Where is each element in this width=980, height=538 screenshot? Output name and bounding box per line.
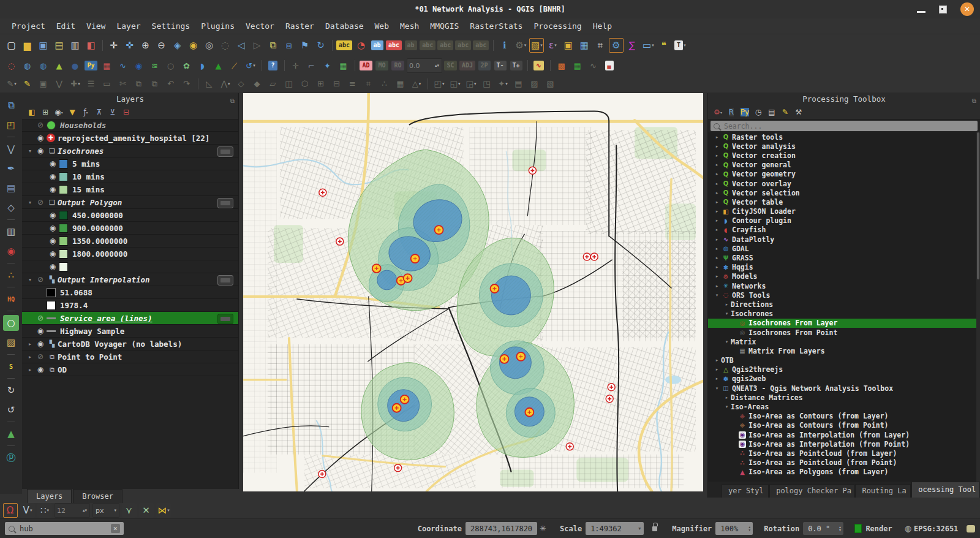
extent-tracking-icon[interactable]: ✳: [540, 524, 546, 533]
visibility-eye-icon[interactable]: ◉: [47, 262, 59, 271]
toolbar-separator[interactable]: [428, 78, 428, 89]
algorithm-row[interactable]: ▾ Matrix: [708, 337, 976, 346]
openlayers-plugin-button[interactable]: ●: [68, 58, 83, 73]
algorithm-row[interactable]: ▸ Q Vector creation: [708, 151, 976, 160]
zoom-native-button[interactable]: ◌: [218, 38, 233, 53]
expand-arrow-icon[interactable]: ▾: [713, 386, 721, 391]
algorithm-row[interactable]: ▸ Q Raster tools: [708, 132, 976, 142]
processing-toolbox-button[interactable]: ⚙: [609, 38, 624, 53]
algorithm-row[interactable]: ▸ Q Vector selection: [708, 188, 976, 197]
toolbar-separator[interactable]: [355, 60, 355, 71]
algorithm-row[interactable]: ▸ △ Qgis2threejs: [708, 365, 976, 374]
open-project-button[interactable]: ▆: [20, 38, 35, 53]
field-calculator-button[interactable]: ⌗: [593, 38, 608, 53]
layer-row[interactable]: ◉ 1800.0000000: [22, 248, 238, 260]
zoom-in-button[interactable]: ⊕: [138, 38, 153, 53]
python-scripts-button[interactable]: Py: [739, 107, 751, 118]
algorithm-row[interactable]: ▸ Q Vector overlay: [708, 179, 976, 188]
map-tips-button[interactable]: ❝: [657, 38, 671, 53]
clear-search-icon[interactable]: ✕: [111, 524, 120, 533]
algorithm-row[interactable]: ▸ ✽ qgis2web: [708, 374, 976, 384]
topological-editing-button[interactable]: ⋎: [122, 503, 137, 518]
layer-diagram-button[interactable]: ◔: [354, 38, 369, 53]
open-layer-styling-button[interactable]: ◧: [26, 107, 38, 118]
advanced-digitizing-button[interactable]: AD: [359, 58, 374, 73]
visibility-eye-icon[interactable]: ◉: [47, 211, 59, 219]
visibility-eye-icon[interactable]: ◉: [34, 365, 47, 374]
mini-chart-tool[interactable]: ∴: [3, 267, 19, 283]
expand-arrow-icon[interactable]: ▾: [723, 311, 731, 316]
menu-item[interactable]: Database: [320, 18, 369, 34]
rotate-feature-button[interactable]: ▱: [266, 77, 281, 91]
add-group-button[interactable]: ⊞: [39, 107, 51, 118]
split-features-button[interactable]: △▾: [409, 77, 424, 91]
algorithm-row[interactable]: ▸ Directions: [708, 300, 976, 309]
help-contents-button[interactable]: ?: [266, 58, 281, 73]
expand-arrow-icon[interactable]: ▸: [713, 246, 721, 251]
refresh-tool[interactable]: ↻: [3, 382, 19, 398]
menu-item[interactable]: Web: [369, 18, 394, 34]
feather-tool[interactable]: ✒: [3, 161, 19, 176]
fill-ring-button[interactable]: ⊟: [330, 77, 344, 91]
vsep[interactable]: [3, 135, 19, 138]
lock-scale-icon[interactable]: [652, 526, 657, 531]
style-manager-button[interactable]: ◧: [84, 38, 99, 53]
menu-item[interactable]: MMQGIS: [424, 18, 464, 34]
visibility-eye-icon[interactable]: ⊘: [34, 121, 47, 129]
sld4raster-button[interactable]: ▩: [554, 58, 569, 73]
menu-item[interactable]: Help: [587, 18, 617, 34]
layer-row[interactable]: ⊘ Service area (lines): [22, 312, 238, 325]
snapping-on-intersection-button[interactable]: ✕: [139, 503, 154, 518]
quickmapservices-button[interactable]: ✿: [179, 58, 194, 73]
mo-constraint-button[interactable]: MO: [375, 58, 390, 73]
measure-line-button[interactable]: ▭▾: [641, 38, 655, 53]
vertex-ruler-button[interactable]: ◺: [202, 77, 217, 91]
sc-constraint-button[interactable]: SC: [443, 58, 458, 73]
rotation-spinbox[interactable]: 0.0 °: [803, 522, 843, 535]
expand-arrow-icon[interactable]: ▸: [713, 274, 721, 279]
t-minus-button[interactable]: T-: [493, 58, 508, 73]
add-part-button[interactable]: ⊞: [314, 77, 328, 91]
maximize-button[interactable]: [939, 6, 947, 13]
identify-features-button[interactable]: ℹ: [497, 38, 512, 53]
t-plus-button[interactable]: T+: [509, 58, 524, 73]
undo-tool[interactable]: ↺: [3, 402, 19, 418]
drive-add-tool[interactable]: ▲: [3, 426, 19, 442]
visibility-eye-icon[interactable]: ◉: [47, 224, 59, 232]
pan-to-selection-button[interactable]: ✜: [123, 38, 137, 53]
layer-row[interactable]: ◉ ✚ reprojected_amenity_hospital [22]: [22, 132, 238, 145]
expand-arrow-icon[interactable]: ▾: [723, 339, 731, 344]
expand-arrow-icon[interactable]: ▾: [26, 200, 34, 205]
run-feature-action-button[interactable]: ⚙▾: [513, 38, 528, 53]
edit-features-in-place-button[interactable]: ✎: [779, 107, 791, 118]
enable-snapping-button[interactable]: Ω: [3, 503, 18, 518]
s-tool[interactable]: S: [3, 358, 19, 374]
zoom-to-layer-button[interactable]: ◎: [202, 38, 217, 53]
offset-symbols-button[interactable]: ◳: [480, 77, 494, 91]
rotate-symbols-button[interactable]: ◲▾: [464, 77, 478, 91]
vsep[interactable]: [3, 218, 19, 221]
algorithm-row[interactable]: ▸ Q Vector general: [708, 161, 976, 170]
algorithm-row[interactable]: ▸ Q Vector geometry: [708, 170, 976, 179]
layer-row[interactable]: 1978.4: [22, 299, 238, 312]
layer-row[interactable]: ◉ 5 mins: [22, 157, 238, 170]
vsep[interactable]: [3, 262, 19, 265]
layer-row[interactable]: 51.0688: [22, 286, 238, 299]
layout-manager-button[interactable]: ▥: [68, 38, 83, 53]
menu-item[interactable]: Plugins: [195, 18, 240, 34]
visibility-eye-icon[interactable]: ◉: [34, 134, 47, 142]
current-edits-button[interactable]: ✎▾: [4, 77, 19, 91]
algorithm-row[interactable]: ▸ ◖ Crayfish: [708, 225, 976, 235]
menu-item[interactable]: Raster: [280, 18, 320, 34]
expand-arrow-icon[interactable]: ▸: [713, 191, 721, 195]
visibility-eye-icon[interactable]: ◉: [47, 185, 59, 194]
search-layers-button[interactable]: ○: [164, 58, 178, 73]
diagonal-tool-button[interactable]: ▧: [543, 77, 558, 91]
new-project-button[interactable]: ▢: [4, 38, 19, 53]
table-add-button[interactable]: ▦: [570, 58, 585, 73]
text-annotation-button[interactable]: T▾: [673, 38, 687, 53]
dock-tab[interactable]: yer Styl: [722, 484, 769, 498]
toolbar-separator[interactable]: [332, 40, 333, 51]
contour-button[interactable]: ◗: [195, 58, 210, 73]
expand-arrow-icon[interactable]: ▸: [26, 341, 34, 347]
